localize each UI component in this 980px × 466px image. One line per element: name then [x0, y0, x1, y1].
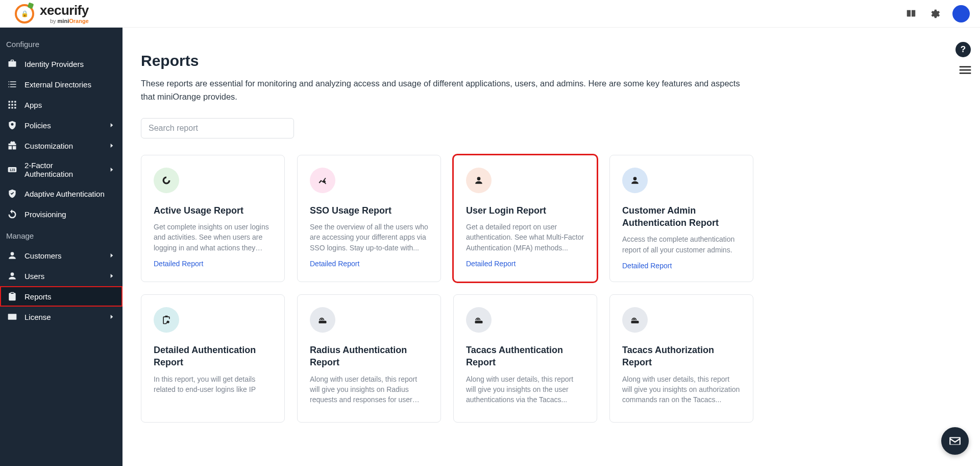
brand-mark-icon: 🔒: [14, 4, 35, 24]
sidebar-item-provisioning[interactable]: Provisioning: [0, 204, 122, 224]
sidebar-item-2-factor-authentication[interactable]: 2-Factor Authentication: [0, 156, 122, 183]
report-card-customer-admin-authentication-report[interactable]: Customer Admin Authentication ReportAcce…: [609, 155, 753, 282]
main-content: ? Reports These reports are essential fo…: [122, 28, 980, 466]
sidebar-item-customers[interactable]: Customers: [0, 245, 122, 266]
sidebar-item-customization[interactable]: Customization: [0, 135, 122, 156]
router-icon: [630, 315, 640, 325]
topbar-actions: [905, 5, 970, 22]
card-title: Radius Authentication Report: [310, 344, 428, 369]
card-description: Get complete insights on user logins and…: [154, 222, 272, 253]
card-icon-wrap: [622, 168, 648, 193]
card-icon-wrap: [154, 307, 179, 333]
card-icon-wrap: [466, 307, 492, 333]
gift-icon: [7, 141, 17, 151]
card-title: Tacacs Authorization Report: [622, 344, 741, 369]
sidebar-item-label: Users: [24, 272, 101, 281]
user-avatar[interactable]: [952, 5, 970, 22]
donut-icon: [161, 175, 172, 185]
docs-icon[interactable]: [905, 8, 917, 19]
sidebar-item-adaptive-authentication[interactable]: Adaptive Authentication: [0, 183, 122, 204]
sidebar-item-label: Apps: [24, 101, 115, 109]
sidebar-item-label: Reports: [24, 292, 115, 301]
person-icon: [630, 175, 640, 185]
card-description: Along with user details, this report wil…: [310, 374, 428, 405]
card-title: Customer Admin Authentication Report: [622, 204, 741, 229]
report-card-active-usage-report[interactable]: Active Usage ReportGet complete insights…: [141, 155, 285, 282]
chevron-right-icon: [108, 252, 115, 259]
clipboard-icon: [7, 291, 17, 301]
router-icon: [474, 315, 484, 325]
card-description: See the overview of all the users who ar…: [310, 222, 428, 253]
card-description: Along with user details, this report wil…: [622, 374, 741, 405]
clip-search-icon: [161, 315, 172, 325]
person-icon: [7, 271, 17, 281]
detailed-report-link[interactable]: Detailed Report: [622, 262, 672, 270]
chevron-right-icon: [108, 142, 115, 149]
card-title: Active Usage Report: [154, 204, 272, 217]
card-icon-wrap: [466, 168, 492, 193]
grid-icon: [7, 100, 17, 110]
card-icon-wrap: [310, 307, 335, 333]
report-card-radius-authentication-report[interactable]: Radius Authentication ReportAlong with u…: [297, 294, 441, 423]
chevron-right-icon: [108, 166, 115, 173]
report-card-user-login-report[interactable]: User Login ReportGet a detailed report o…: [453, 155, 597, 282]
sidebar-item-license[interactable]: License: [0, 307, 122, 327]
report-card-detailed-authentication-report[interactable]: Detailed Authentication ReportIn this re…: [141, 294, 285, 423]
person-icon: [7, 250, 17, 261]
brand-text: xecurify by miniOrange: [40, 4, 89, 24]
settings-gear-icon[interactable]: [929, 8, 940, 19]
card-title: Tacacs Authentication Report: [466, 344, 584, 369]
sidebar-item-label: License: [24, 313, 101, 321]
page-title: Reports: [141, 52, 949, 69]
sidebar-item-label: Customization: [24, 142, 101, 150]
panel-toggle-button[interactable]: [958, 62, 973, 80]
detailed-report-link[interactable]: Detailed Report: [310, 260, 359, 268]
card-description: Get a detailed report on user authentica…: [466, 222, 584, 253]
card-title: Detailed Authentication Report: [154, 344, 272, 369]
help-button[interactable]: ?: [955, 42, 971, 57]
sidebar-item-label: Provisioning: [24, 210, 115, 219]
sidebar-item-label: Policies: [24, 121, 101, 130]
page-description: These reports are essential for monitori…: [141, 77, 743, 104]
card-title: SSO Usage Report: [310, 204, 428, 217]
report-cards-grid: Active Usage ReportGet complete insights…: [141, 155, 753, 423]
chevron-right-icon: [108, 313, 115, 320]
card-description: In this report, you will get details rel…: [154, 374, 272, 395]
sidebar-item-apps[interactable]: Apps: [0, 95, 122, 115]
person-icon: [474, 175, 484, 185]
sidebar-section-configure: Configure: [0, 36, 122, 54]
sidebar-item-policies[interactable]: Policies: [0, 115, 122, 135]
menu-icon: [958, 62, 973, 78]
sync-icon: [7, 209, 17, 219]
123-icon: [7, 165, 17, 175]
sidebar-item-users[interactable]: Users: [0, 266, 122, 286]
sidebar-item-reports[interactable]: Reports: [0, 286, 122, 307]
card-icon: [7, 312, 17, 322]
chevron-right-icon: [108, 272, 115, 279]
sidebar-item-label: Customers: [24, 251, 101, 260]
sidebar-item-label: 2-Factor Authentication: [24, 161, 101, 178]
card-icon-wrap: [154, 168, 179, 193]
list-stack-icon: [7, 79, 17, 89]
detailed-report-link[interactable]: Detailed Report: [154, 260, 203, 268]
contact-fab[interactable]: [941, 427, 969, 455]
report-card-tacacs-authorization-report[interactable]: Tacacs Authorization ReportAlong with us…: [609, 294, 753, 423]
sidebar-item-label: Identity Providers: [24, 60, 115, 68]
report-card-tacacs-authentication-report[interactable]: Tacacs Authentication ReportAlong with u…: [453, 294, 597, 423]
topbar: 🔒 xecurify by miniOrange: [0, 0, 980, 28]
sidebar-item-external-directories[interactable]: External Directories: [0, 74, 122, 95]
report-card-sso-usage-report[interactable]: SSO Usage ReportSee the overview of all …: [297, 155, 441, 282]
card-icon-wrap: [310, 168, 335, 193]
router-icon: [317, 315, 328, 325]
sidebar: Configure Identity ProvidersExternal Dir…: [0, 28, 122, 466]
sidebar-item-label: Adaptive Authentication: [24, 190, 115, 198]
card-title: User Login Report: [466, 204, 584, 217]
card-description: Access the complete authentication repor…: [622, 234, 741, 255]
search-report-input[interactable]: [141, 118, 294, 138]
brand-logo[interactable]: 🔒 xecurify by miniOrange: [10, 4, 89, 24]
mail-icon: [948, 434, 962, 448]
card-icon-wrap: [622, 307, 648, 333]
detailed-report-link[interactable]: Detailed Report: [466, 260, 516, 268]
card-description: Along with user details, this report wil…: [466, 374, 584, 405]
sidebar-item-identity-providers[interactable]: Identity Providers: [0, 54, 122, 74]
